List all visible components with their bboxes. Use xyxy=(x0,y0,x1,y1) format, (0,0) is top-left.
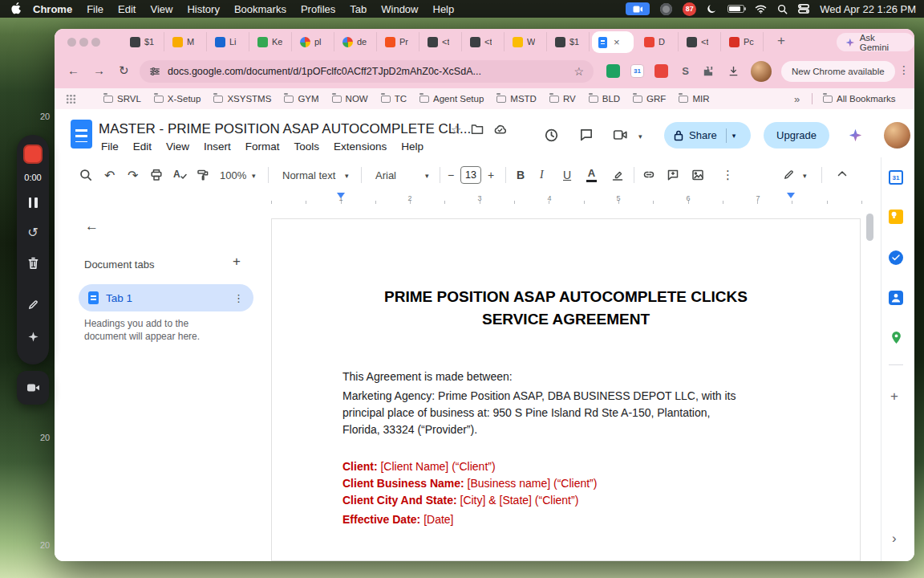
wifi-icon[interactable] xyxy=(755,5,767,14)
move-folder-icon[interactable] xyxy=(471,124,484,137)
doc-heading-line[interactable]: SERVICE AGREEMENT xyxy=(272,311,860,328)
extensions-puzzle-icon[interactable] xyxy=(701,64,715,78)
menubar-item-history[interactable]: History xyxy=(180,3,226,15)
left-indent-marker[interactable] xyxy=(337,193,345,198)
paragraph-style-select[interactable]: Normal text xyxy=(282,169,335,181)
browser-tab[interactable]: Pc xyxy=(723,32,764,51)
bold-button[interactable]: B xyxy=(517,169,525,181)
keep-icon[interactable] xyxy=(889,210,903,224)
document-title[interactable]: MASTER - PRIME POSITION ASAP AUTOCOMPLET… xyxy=(99,121,471,137)
extension-icon-calendar[interactable]: 31 xyxy=(630,64,644,78)
docs-logo-icon[interactable] xyxy=(71,120,92,149)
menubar-item-help[interactable]: Help xyxy=(426,3,462,15)
browser-tab[interactable]: Pr xyxy=(379,32,419,51)
doc-paragraph[interactable]: Florida, 33324 (“Provider”). xyxy=(342,423,477,436)
restart-recording-icon[interactable]: ↺ xyxy=(17,225,49,240)
camera-bubble-toggle[interactable] xyxy=(17,371,49,405)
forward-icon[interactable]: → xyxy=(93,63,105,77)
notification-badge[interactable]: 87 xyxy=(683,2,696,16)
bookmark-star-icon[interactable]: ☆ xyxy=(573,65,584,78)
zoom-caret-icon[interactable]: ▾ xyxy=(252,172,256,180)
tasks-icon[interactable] xyxy=(889,250,903,265)
font-size-input[interactable]: 13 xyxy=(460,166,481,184)
control-center-icon[interactable] xyxy=(798,4,809,14)
doc-paragraph[interactable]: Marketing Agency: Prime Position ASAP, D… xyxy=(342,389,736,402)
browser-tab[interactable]: pl xyxy=(294,32,334,51)
doc-paragraph[interactable]: This Agreement is made between: xyxy=(342,370,513,383)
battery-icon[interactable] xyxy=(727,5,744,13)
window-minimize-button[interactable] xyxy=(79,38,88,47)
insert-image-icon[interactable] xyxy=(691,169,704,181)
editing-mode-caret-icon[interactable]: ▾ xyxy=(803,172,807,180)
menubar-item-view[interactable]: View xyxy=(143,3,180,15)
doc-paragraph[interactable]: principal place of business at: 950 S Pi… xyxy=(342,406,710,419)
all-bookmarks-button[interactable]: All Bookmarks xyxy=(823,94,896,104)
document-page[interactable]: PRIME POSITION ASAP AUTOCOMPLETE CLICKS … xyxy=(271,218,861,561)
docs-menu-help[interactable]: Help xyxy=(394,140,431,153)
browser-tab[interactable]: M xyxy=(167,32,207,51)
docs-menu-view[interactable]: View xyxy=(159,140,197,153)
download-icon[interactable] xyxy=(727,64,740,78)
bookmark-folder[interactable]: NOW xyxy=(332,94,368,104)
spotlight-search-icon[interactable] xyxy=(777,4,788,14)
gemini-sparkle-icon[interactable] xyxy=(849,128,862,142)
bookmark-folder[interactable]: Agent Setup xyxy=(419,94,484,104)
window-close-button[interactable] xyxy=(67,38,76,47)
close-panel-back-icon[interactable]: ← xyxy=(85,218,99,234)
italic-button[interactable]: I xyxy=(540,169,544,181)
back-icon[interactable]: ← xyxy=(67,63,79,77)
bookmark-folder[interactable]: MIR xyxy=(679,94,709,104)
browser-tab[interactable]: $1 xyxy=(549,32,590,51)
effects-sparkle-icon[interactable] xyxy=(17,331,49,343)
menubar-item-profiles[interactable]: Profiles xyxy=(294,3,342,15)
menubar-item-tab[interactable]: Tab xyxy=(342,3,374,15)
menubar-item-bookmarks[interactable]: Bookmarks xyxy=(227,3,294,15)
active-tab-google-docs[interactable]: × xyxy=(592,31,634,53)
meet-video-icon[interactable] xyxy=(613,128,628,141)
expand-side-panel-chevron-icon[interactable]: › xyxy=(892,531,897,547)
bookmark-folder[interactable]: BLD xyxy=(589,94,620,104)
docs-menu-insert[interactable]: Insert xyxy=(197,140,238,153)
doc-heading-line[interactable]: PRIME POSITION ASAP AUTOCOMPLETE CLICKS xyxy=(272,288,860,306)
side-panel-add-icon[interactable]: + xyxy=(890,389,898,405)
maps-icon[interactable] xyxy=(889,331,903,345)
browser-tab[interactable]: Ke xyxy=(252,32,292,51)
docs-menu-extensions[interactable]: Extensions xyxy=(326,140,394,153)
bookmark-folder[interactable]: GYM xyxy=(284,94,318,104)
redo-icon[interactable]: ↷ xyxy=(128,168,138,183)
doc-paragraph-red[interactable]: Client Business Name: [Business name] (“… xyxy=(342,477,597,490)
bookmark-folder[interactable]: SRVL xyxy=(103,94,141,104)
docs-menu-edit[interactable]: Edit xyxy=(126,140,159,153)
window-zoom-button[interactable] xyxy=(91,38,100,47)
delete-recording-icon[interactable] xyxy=(17,257,49,270)
extension-icon-s[interactable]: S xyxy=(679,64,692,78)
document-tab-item[interactable]: Tab 1 ⋮ xyxy=(79,284,253,311)
highlight-color-button[interactable] xyxy=(611,169,624,181)
menubar-item-file[interactable]: File xyxy=(79,3,111,15)
calendar-icon[interactable]: 31 xyxy=(889,170,903,185)
doc-paragraph-red[interactable]: Effective Date: [Date] xyxy=(342,513,454,526)
zoom-select[interactable]: 100% xyxy=(220,169,246,181)
pause-button[interactable] xyxy=(17,197,49,208)
browser-tab[interactable]: W xyxy=(507,32,547,51)
browser-tab[interactable]: <t xyxy=(422,32,462,51)
status-knob-icon[interactable] xyxy=(660,3,672,15)
add-tab-button[interactable]: + xyxy=(233,254,241,270)
apps-grid-icon[interactable] xyxy=(66,94,76,104)
browser-tab[interactable]: $1 xyxy=(124,32,164,51)
undo-icon[interactable]: ↶ xyxy=(104,168,115,183)
text-color-button[interactable]: A xyxy=(586,167,597,182)
draw-pen-icon[interactable] xyxy=(17,299,49,311)
bookmark-folder[interactable]: X-Setup xyxy=(154,94,201,104)
upgrade-button[interactable]: Upgrade xyxy=(764,122,829,149)
bookmark-folder[interactable]: GRF xyxy=(633,94,666,104)
browser-tab[interactable]: Li xyxy=(209,32,249,51)
editing-mode-pen-icon[interactable] xyxy=(783,169,795,181)
record-stop-button[interactable] xyxy=(23,144,43,164)
meet-caret-icon[interactable]: ▾ xyxy=(638,132,642,140)
menubar-clock[interactable]: Wed Apr 22 1:26 PM xyxy=(820,3,916,15)
toolbar-more-kebab-icon[interactable]: ⋮ xyxy=(722,168,734,182)
search-menus-icon[interactable] xyxy=(79,169,92,181)
profile-avatar[interactable] xyxy=(751,61,772,82)
increase-font-size-button[interactable]: + xyxy=(488,169,494,181)
